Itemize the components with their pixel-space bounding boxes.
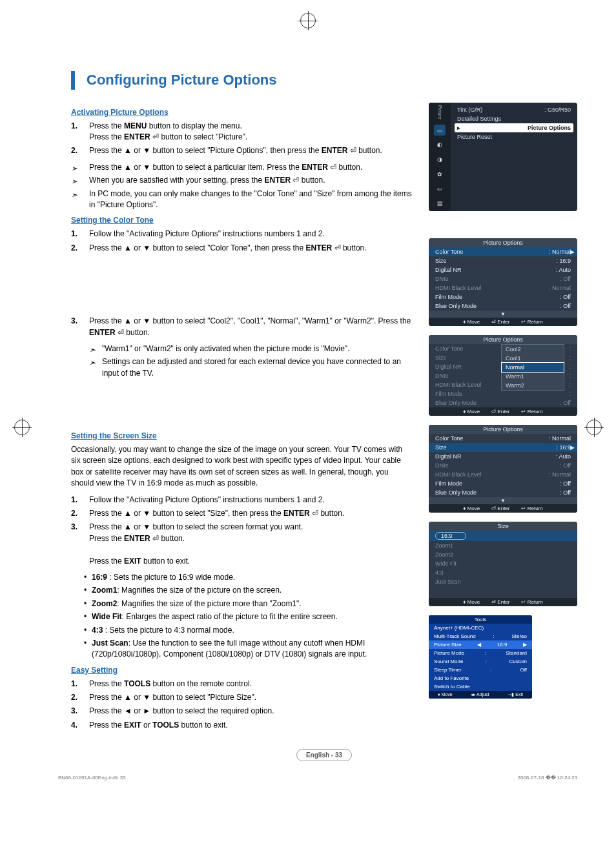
text: : Magnifies the size of the picture on t… (117, 586, 282, 595)
enter-btn-label: ENTER (283, 509, 310, 518)
panel-title: Picture Options (429, 335, 577, 344)
foot-return: ↩ Return (521, 506, 542, 511)
option-label: DNIe (435, 373, 449, 379)
section-heading: Activating Picture Options (71, 108, 413, 117)
text: : Sets the picture to 16:9 wide mode. (107, 573, 235, 582)
panel-title: Picture Options (429, 238, 577, 247)
footer-date: 2008-07-18 �� 10:24:23 (517, 775, 577, 781)
main-column: Activating Picture Options 1. Press the … (71, 103, 413, 737)
note-bullet-icon: ➣ (89, 345, 96, 356)
picture-tab-icon: ▭ (434, 125, 446, 136)
text: button to exit. (141, 557, 190, 566)
enter-icon: ⏎ (152, 132, 159, 141)
tools-item-label: Picture Mode (434, 650, 464, 656)
foot-move: ♦ Move (463, 599, 480, 605)
size-option: Zoom2 (92, 599, 117, 608)
sound-tab-icon: ◐ (434, 139, 446, 150)
foot-move: ♦ Move (463, 506, 480, 511)
text: Press the ◄ or ► button to select the re… (89, 706, 274, 715)
option-label: Size (435, 258, 447, 264)
option-label: Size (435, 444, 447, 451)
text: Press the (89, 557, 124, 566)
input-tab-icon: ⇦ (434, 183, 446, 194)
option-label: Film Mode (435, 294, 462, 300)
option-label: DNIe (435, 462, 449, 469)
text: Press the (89, 121, 124, 130)
dropdown-item: Cool2 (502, 345, 564, 354)
text: : Sets the picture to 4:3 normal mode. (103, 626, 234, 635)
foot-enter: ⏎ Enter (491, 319, 509, 325)
enter-icon: ⏎ (152, 534, 159, 543)
tools-item-value: Stereo (511, 633, 527, 639)
text: button. (318, 509, 344, 518)
enter-btn-label: ENTER (124, 534, 150, 543)
section-heading: Easy Setting (71, 666, 413, 675)
foot-return: ↩ Return (521, 319, 542, 325)
section-heading: Setting the Screen Size (71, 431, 413, 440)
option-value: : Auto (556, 267, 571, 273)
option-label: Film Mode (435, 391, 462, 397)
tools-item-label: Add to Favorite (434, 675, 469, 681)
setup-tab-icon: ✿ (434, 169, 446, 180)
arrow-right-icon: ▶ (570, 444, 575, 451)
menu-item-label: Tint (G/R) (457, 107, 482, 113)
text: button to select "Picture". (159, 132, 247, 141)
foot-enter: ⏎ Enter (491, 599, 509, 605)
picture-options-panel-dropdown: Picture Options Color Tone: Size: Digita… (429, 335, 577, 416)
enter-btn-label: ENTER (89, 328, 116, 337)
tools-item-value: Custom (509, 659, 527, 664)
tools-panel: Tools Anynet+ (HDMI-CEC) Multi-Track Sou… (429, 615, 532, 699)
note-bullet-icon: ➣ (71, 190, 77, 201)
option-value: : Off (560, 303, 571, 309)
page-number-badge: English - 33 (296, 749, 352, 761)
text: button. (341, 243, 367, 252)
option-label: HDMI Black Level (435, 471, 482, 478)
panel-title: Tools (429, 615, 532, 624)
foot-enter: ⏎ Enter (491, 506, 509, 511)
size-option: Zoom1 (92, 586, 117, 595)
option-label: Color Tone (435, 249, 463, 255)
note-bullet-icon: ➣ (71, 176, 77, 187)
foot-exit: →▮ Exit (507, 692, 523, 697)
size-panel: Size 16:9 Zoom1 Zoom2 Wide Fit 4:3 Just … (429, 522, 577, 606)
text: Press the ▲ or ▼ button to select "Cool2… (89, 316, 411, 325)
option-value: : Normal (549, 285, 571, 291)
text: Press the ▲ or ▼ button to select a part… (89, 163, 302, 172)
note-bullet-icon: ➣ (89, 358, 96, 369)
app-tab-icon: ▤ (434, 198, 446, 209)
sidebar-label: Picture (438, 105, 442, 119)
text: button. (124, 328, 150, 337)
text: : Magnifies the size of the picture more… (117, 599, 301, 608)
text: When you are satisfied with your setting… (89, 176, 264, 185)
text: button. (299, 176, 325, 185)
tools-btn-label: TOOLS (124, 679, 150, 688)
size-option: Just Scan (92, 639, 128, 648)
foot-move: ♦ Move (438, 692, 453, 697)
tools-item-label: Picture Size (434, 642, 462, 648)
size-option: 4:3 (92, 626, 103, 635)
option-label: HDMI Black Level (435, 285, 482, 291)
enter-icon: ⏎ (330, 163, 336, 172)
panel-title: Picture Options (429, 425, 577, 434)
menu-item-label: Detailed Settings (457, 116, 501, 122)
option-value: : Off (560, 480, 571, 487)
option-value: : Off (560, 489, 571, 496)
size-item: Zoom1 (435, 542, 453, 549)
text: or (141, 721, 152, 730)
foot-move: ♦ Move (463, 409, 480, 414)
foot-return: ↩ Return (521, 599, 542, 605)
osd-column: Picture ▭ ◐ ◑ ✿ ⇦ ▤ Tint (G/R): G50/R50 … (429, 103, 577, 737)
option-value: : Off (560, 294, 571, 300)
text: In PC mode, you can only make changes to… (89, 189, 412, 209)
text: Press the (89, 534, 124, 543)
option-value: : Off (560, 276, 571, 282)
enter-icon: ⏎ (293, 176, 299, 185)
option-label: Digital NR (435, 267, 462, 273)
option-label: Digital NR (435, 363, 462, 370)
option-value: : 16:9 (556, 444, 571, 451)
text: Press the ▲ or ▼ button to select the sc… (89, 522, 303, 531)
color-tone-dropdown: Cool2 Cool1 Normal Warm1 Warm2 (501, 344, 564, 391)
option-label: DNIe (435, 276, 449, 282)
foot-move: ♦ Move (463, 319, 480, 325)
menu-btn-label: MENU (124, 121, 147, 130)
